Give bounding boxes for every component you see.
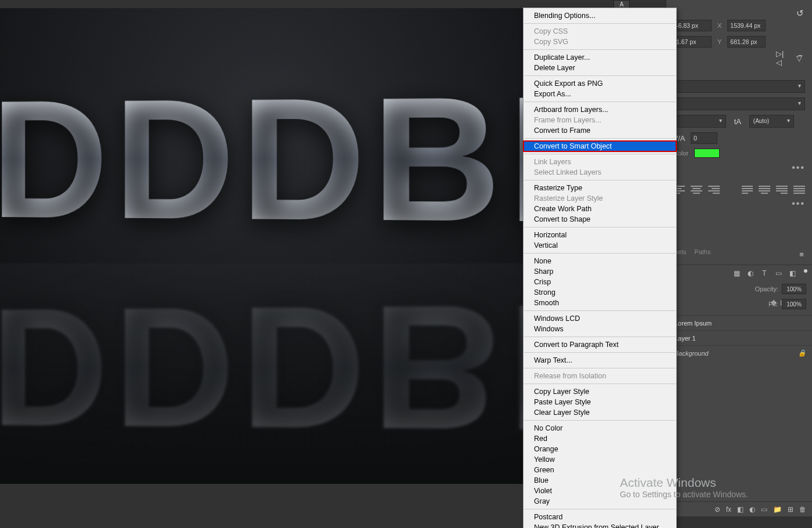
align-right-icon[interactable] bbox=[708, 186, 720, 194]
lock-icon[interactable]: 🔒 bbox=[798, 349, 806, 357]
menu-separator bbox=[524, 23, 676, 24]
menu-item-blue[interactable]: Blue bbox=[524, 475, 676, 486]
opacity-label: Opacity: bbox=[755, 285, 778, 292]
menu-item-convert-to-frame[interactable]: Convert to Frame bbox=[524, 125, 676, 136]
fill-field[interactable] bbox=[782, 299, 806, 309]
layer-name: Layer 1 bbox=[674, 335, 696, 342]
layers-footer-icon-5[interactable]: 📁 bbox=[773, 505, 782, 513]
menu-item-artboard-from-layers[interactable]: Artboard from Layers... bbox=[524, 104, 676, 115]
layers-footer-icon-7[interactable]: 🗑 bbox=[799, 505, 806, 513]
panel-menu-icon[interactable]: ≡ bbox=[796, 248, 807, 260]
y-label: Y bbox=[717, 38, 721, 45]
menu-item-clear-layer-style[interactable]: Clear Layer Style bbox=[524, 407, 676, 418]
menu-separator bbox=[524, 310, 676, 311]
layers-footer-icon-0[interactable]: ⊘ bbox=[714, 505, 720, 513]
menu-separator bbox=[524, 102, 676, 102]
layer-name: Lorem Ipsum bbox=[674, 320, 712, 327]
more-options-icon[interactable]: ••• bbox=[673, 162, 805, 173]
menu-item-green[interactable]: Green bbox=[524, 465, 676, 475]
menu-separator bbox=[524, 138, 676, 139]
opacity-field[interactable] bbox=[782, 284, 806, 294]
height-field[interactable] bbox=[673, 36, 712, 48]
menu-item-rasterize-type[interactable]: Rasterize Type bbox=[524, 183, 676, 193]
paths-tab[interactable]: Paths bbox=[694, 248, 710, 260]
menu-item-crisp[interactable]: Crisp bbox=[524, 277, 676, 287]
font-family-dropdown[interactable] bbox=[673, 80, 805, 93]
leading-dropdown[interactable]: (Auto) bbox=[749, 115, 794, 128]
justify-last-center-icon[interactable] bbox=[759, 186, 770, 194]
menu-item-red[interactable]: Red bbox=[524, 433, 676, 444]
menu-item-copy-layer-style[interactable]: Copy Layer Style bbox=[524, 386, 676, 397]
more-paragraph-icon[interactable]: ••• bbox=[673, 198, 805, 209]
width-field[interactable] bbox=[673, 20, 712, 31]
layers-panel: nnels Paths ≡ ▦◐T▭◧ Opacity: ✥⊞✢🔒 Fill: … bbox=[666, 244, 812, 516]
menu-item-none[interactable]: None bbox=[524, 256, 676, 266]
menu-separator bbox=[524, 384, 676, 384]
menu-separator bbox=[524, 227, 676, 227]
layer-filter-icon-4[interactable]: ◧ bbox=[788, 269, 797, 278]
layers-footer-icon-1[interactable]: fx bbox=[726, 505, 731, 513]
menu-item-convert-to-paragraph-text[interactable]: Convert to Paragraph Text bbox=[524, 339, 676, 350]
font-size-dropdown[interactable] bbox=[673, 115, 726, 128]
menu-item-select-linked-layers: Select Linked Layers bbox=[524, 167, 676, 178]
y-field[interactable] bbox=[727, 36, 766, 48]
menu-item-convert-to-shape[interactable]: Convert to Shape bbox=[524, 214, 676, 225]
flip-horizontal-icon[interactable]: ▷|◁ bbox=[776, 52, 788, 64]
menu-item-quick-export-as-png[interactable]: Quick Export as PNG bbox=[524, 78, 676, 89]
tracking-field[interactable] bbox=[691, 132, 717, 144]
menu-item-smooth[interactable]: Smooth bbox=[524, 298, 676, 308]
x-field[interactable] bbox=[727, 20, 766, 31]
layers-footer-icon-6[interactable]: ⊞ bbox=[788, 505, 793, 513]
menu-item-strong[interactable]: Strong bbox=[524, 287, 676, 298]
menu-item-windows-lcd[interactable]: Windows LCD bbox=[524, 313, 676, 324]
reset-icon[interactable]: ↺ bbox=[796, 8, 804, 19]
menu-item-copy-svg: Copy SVG bbox=[524, 37, 676, 47]
layers-footer-icon-3[interactable]: ◐ bbox=[749, 505, 755, 513]
menu-item-postcard[interactable]: Postcard bbox=[524, 512, 676, 522]
menu-separator bbox=[524, 180, 676, 180]
menu-item-duplicate-layer[interactable]: Duplicate Layer... bbox=[524, 52, 676, 63]
menu-separator bbox=[524, 420, 676, 421]
menu-item-blending-options[interactable]: Blending Options... bbox=[524, 10, 676, 21]
menu-item-new-3d-extrusion-from-selected-layer[interactable]: New 3D Extrusion from Selected Layer bbox=[524, 522, 676, 528]
canvas-letter: D bbox=[241, 71, 366, 247]
layer-filter-icon-1[interactable]: ◐ bbox=[746, 269, 755, 278]
layer-filter-icon-2[interactable]: T bbox=[760, 269, 769, 278]
justify-last-left-icon[interactable] bbox=[742, 186, 753, 194]
menu-item-violet[interactable]: Violet bbox=[524, 486, 676, 496]
canvas-letter: D bbox=[241, 280, 366, 456]
filter-toggle-dot[interactable] bbox=[804, 269, 807, 273]
canvas-letter: B bbox=[371, 70, 501, 248]
layer-row[interactable]: Layer 1 bbox=[666, 330, 812, 345]
menu-item-sharp[interactable]: Sharp bbox=[524, 266, 676, 277]
menu-item-windows[interactable]: Windows bbox=[524, 324, 676, 334]
flip-vertical-icon[interactable]: ▽̅ bbox=[793, 52, 805, 64]
layer-row[interactable]: Lorem Ipsum bbox=[666, 315, 812, 330]
menu-separator bbox=[524, 509, 676, 509]
menu-item-delete-layer[interactable]: Delete Layer bbox=[524, 63, 676, 73]
justify-last-right-icon[interactable] bbox=[776, 186, 788, 194]
layers-footer-icon-2[interactable]: ◧ bbox=[737, 505, 744, 513]
menu-item-convert-to-smart-object[interactable]: Convert to Smart Object bbox=[524, 141, 676, 151]
layer-filter-icon-0[interactable]: ▦ bbox=[732, 269, 741, 278]
align-center-icon[interactable] bbox=[691, 186, 702, 194]
justify-all-icon[interactable] bbox=[793, 186, 805, 194]
menu-item-yellow[interactable]: Yellow bbox=[524, 454, 676, 465]
menu-item-no-color[interactable]: No Color bbox=[524, 423, 676, 433]
menu-item-create-work-path[interactable]: Create Work Path bbox=[524, 204, 676, 214]
menu-item-gray[interactable]: Gray bbox=[524, 496, 676, 507]
layers-footer-icon-4[interactable]: ▭ bbox=[761, 505, 767, 513]
type-tab-icon[interactable]: A bbox=[613, 0, 630, 8]
menu-item-warp-text[interactable]: Warp Text... bbox=[524, 355, 676, 366]
menu-item-orange[interactable]: Orange bbox=[524, 444, 676, 454]
menu-item-horizontal[interactable]: Horizontal bbox=[524, 230, 676, 240]
font-style-dropdown[interactable] bbox=[673, 97, 805, 110]
menu-item-vertical[interactable]: Vertical bbox=[524, 240, 676, 251]
menu-item-paste-layer-style[interactable]: Paste Layer Style bbox=[524, 397, 676, 407]
text-color-swatch[interactable] bbox=[694, 149, 720, 158]
canvas-letter: D bbox=[114, 281, 235, 454]
menu-item-export-as[interactable]: Export As... bbox=[524, 89, 676, 99]
layer-row[interactable]: Background🔒 bbox=[666, 345, 812, 360]
menu-item-copy-css: Copy CSS bbox=[524, 26, 676, 37]
layer-filter-icon-3[interactable]: ▭ bbox=[774, 269, 783, 278]
